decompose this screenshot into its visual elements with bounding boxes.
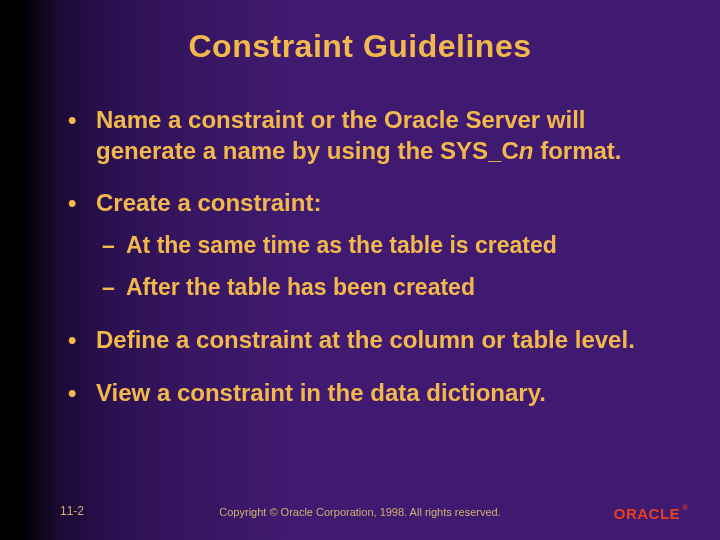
sub-bullet-item-2: – After the table has been created: [102, 273, 680, 303]
bullet-text: View a constraint in the data dictionary…: [96, 378, 680, 409]
sub-bullet-item-1: – At the same time as the table is creat…: [102, 231, 680, 261]
oracle-logo-text: ORACLE: [614, 505, 680, 522]
bullet-item-2: • Create a constraint:: [68, 188, 680, 219]
slide-title: Constraint Guidelines: [0, 28, 720, 65]
sub-bullet-text: At the same time as the table is created: [126, 231, 557, 261]
slide: Constraint Guidelines • Name a constrain…: [0, 0, 720, 540]
bullet-item-1: • Name a constraint or the Oracle Server…: [68, 105, 680, 166]
sub-bullet-text: After the table has been created: [126, 273, 475, 303]
oracle-logo: ORACLE ®: [614, 505, 688, 522]
copyright-text: Copyright © Oracle Corporation, 1998. Al…: [0, 506, 720, 518]
bullet-1-text-b: format.: [533, 137, 621, 164]
dash-icon: –: [102, 273, 126, 303]
slide-body: • Name a constraint or the Oracle Server…: [68, 105, 680, 430]
bullet-text: Name a constraint or the Oracle Server w…: [96, 105, 680, 166]
bullet-dot-icon: •: [68, 325, 96, 356]
dash-icon: –: [102, 231, 126, 261]
bullet-item-3: • Define a constraint at the column or t…: [68, 325, 680, 356]
bullet-1-text-italic: n: [519, 137, 534, 164]
bullet-item-4: • View a constraint in the data dictiona…: [68, 378, 680, 409]
slide-footer: 11-2 Copyright © Oracle Corporation, 199…: [0, 492, 720, 522]
bullet-dot-icon: •: [68, 188, 96, 219]
bullet-dot-icon: •: [68, 105, 96, 136]
registered-trademark-icon: ®: [682, 503, 688, 512]
bullet-text: Define a constraint at the column or tab…: [96, 325, 680, 356]
bullet-dot-icon: •: [68, 378, 96, 409]
bullet-text: Create a constraint:: [96, 188, 680, 219]
bullet-1-text-a: Name a constraint or the Oracle Server w…: [96, 106, 586, 164]
